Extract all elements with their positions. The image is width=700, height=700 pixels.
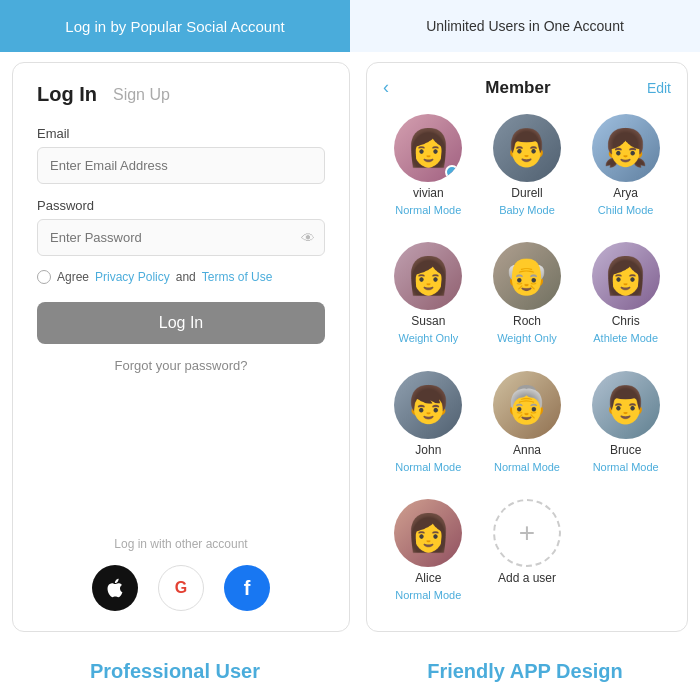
login-button[interactable]: Log In [37,302,325,344]
agree-checkbox[interactable] [37,270,51,284]
avatar-face-arya: 👧 [603,130,648,166]
add-user-icon: + [493,499,561,567]
apple-login-button[interactable] [92,565,138,611]
member-item-bruce[interactable]: 👨BruceNormal Mode [580,371,671,489]
member-mode-anna: Normal Mode [494,461,560,473]
member-item-chris[interactable]: 👩ChrisAthlete Mode [580,242,671,360]
member-mode-chris: Athlete Mode [593,332,658,344]
privacy-policy-link[interactable]: Privacy Policy [95,270,170,284]
avatar-face-anna: 👵 [504,387,549,423]
tab-login[interactable]: Log In [37,83,97,106]
eye-icon[interactable]: 👁 [301,230,315,246]
footer: Professional User Friendly APP Design [0,642,700,700]
member-item-arya[interactable]: 👧AryaChild Mode [580,114,671,232]
member-mode-arya: Child Mode [598,204,654,216]
member-title: Member [485,78,550,98]
member-mode-roch: Weight Only [497,332,557,344]
member-item-john[interactable]: 👦JohnNormal Mode [383,371,474,489]
email-label: Email [37,126,325,141]
member-header: ‹ Member Edit [383,77,671,98]
member-name-susan: Susan [411,314,445,328]
member-item-roch[interactable]: 👴RochWeight Only [482,242,573,360]
agree-row: Agree Privacy Policy and Terms of Use [37,270,325,284]
member-name-arya: Arya [613,186,638,200]
back-button[interactable]: ‹ [383,77,389,98]
avatar-face-roch: 👴 [504,258,549,294]
member-name-durell: Durell [511,186,542,200]
and-text: and [176,270,196,284]
member-name-john: John [415,443,441,457]
banner-right-text: Unlimited Users in One Account [426,18,624,34]
password-input-wrap: 👁 [37,219,325,256]
member-mode-susan: Weight Only [398,332,458,344]
tab-signup[interactable]: Sign Up [113,86,170,104]
facebook-login-button[interactable]: f [224,565,270,611]
password-input[interactable] [37,219,325,256]
banner-left-text: Log in by Popular Social Account [65,18,284,35]
member-name-chris: Chris [612,314,640,328]
member-mode-vivian: Normal Mode [395,204,461,216]
member-mode-alice: Normal Mode [395,589,461,601]
avatar-face-alice: 👩 [406,515,451,551]
avatar-face-vivian: 👩 [406,130,451,166]
member-name-roch: Roch [513,314,541,328]
other-account-text: Log in with other account [37,537,325,551]
banner-left: Log in by Popular Social Account [0,0,350,52]
email-group: Email [37,126,325,184]
member-grid: 👩vivianNormal Mode👨DurellBaby Mode👧AryaC… [383,114,671,617]
member-panel: ‹ Member Edit 👩vivianNormal Mode👨DurellB… [366,62,688,632]
password-group: Password 👁 [37,198,325,256]
banner-right: Unlimited Users in One Account [350,0,700,52]
terms-link[interactable]: Terms of Use [202,270,273,284]
member-item-susan[interactable]: 👩SusanWeight Only [383,242,474,360]
avatar-face-john: 👦 [406,387,451,423]
member-name-anna: Anna [513,443,541,457]
add-user-item[interactable]: +Add a user [482,499,573,617]
avatar-face-durell: 👨 [504,130,549,166]
member-mode-durell: Baby Mode [499,204,555,216]
online-indicator [445,165,459,179]
email-input[interactable] [37,147,325,184]
avatar-face-bruce: 👨 [603,387,648,423]
password-label: Password [37,198,325,213]
edit-button[interactable]: Edit [647,80,671,96]
member-item-vivian[interactable]: 👩vivianNormal Mode [383,114,474,232]
auth-tabs: Log In Sign Up [37,83,325,106]
avatar-face-susan: 👩 [406,258,451,294]
member-name-bruce: Bruce [610,443,641,457]
email-input-wrap [37,147,325,184]
member-name-vivian: vivian [413,186,444,200]
add-user-label: Add a user [498,571,556,585]
member-name-alice: Alice [415,571,441,585]
member-item-durell[interactable]: 👨DurellBaby Mode [482,114,573,232]
google-login-button[interactable]: G [158,565,204,611]
forgot-password-link[interactable]: Forgot your password? [37,358,325,373]
member-item-anna[interactable]: 👵AnnaNormal Mode [482,371,573,489]
footer-left: Professional User [0,660,350,683]
member-mode-bruce: Normal Mode [593,461,659,473]
avatar-face-chris: 👩 [603,258,648,294]
agree-text: Agree [57,270,89,284]
member-item-alice[interactable]: 👩AliceNormal Mode [383,499,474,617]
login-panel: Log In Sign Up Email Password 👁 Agree Pr… [12,62,350,632]
footer-right: Friendly APP Design [350,660,700,683]
member-mode-john: Normal Mode [395,461,461,473]
social-icons: G f [37,565,325,611]
